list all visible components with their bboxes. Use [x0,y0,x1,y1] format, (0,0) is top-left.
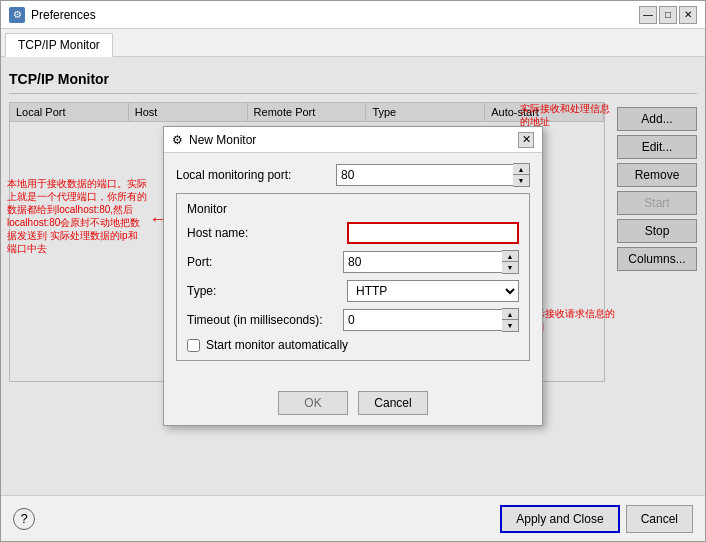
bottom-bar: ? Apply and Close Cancel [1,495,705,541]
dialog-close-button[interactable]: ✕ [518,132,534,148]
timeout-spinner-btns: ▲ ▼ [502,308,519,332]
port-input[interactable] [343,251,502,273]
type-label: Type: [187,284,347,298]
new-monitor-dialog: ⚙ New Monitor ✕ Local monitoring port: [163,126,543,426]
dialog-icon: ⚙ [172,133,183,147]
title-bar-controls: — □ ✕ [639,6,697,24]
timeout-input[interactable] [343,309,502,331]
timeout-down-btn[interactable]: ▼ [502,320,518,331]
main-window: ⚙ Preferences — □ ✕ TCP/IP Monitor TCP/I… [0,0,706,542]
local-port-up-btn[interactable]: ▲ [513,164,529,175]
autostart-row: Start monitor automatically [187,338,519,352]
port-up-btn[interactable]: ▲ [502,251,518,262]
autostart-label: Start monitor automatically [206,338,348,352]
type-row: Type: HTTP HTTPS TCP/IP [187,280,519,302]
host-name-label: Host name: [187,226,347,240]
timeout-spinner: ▲ ▼ [343,308,519,332]
bottom-buttons: Apply and Close Cancel [500,505,693,533]
title-bar: ⚙ Preferences — □ ✕ [1,1,705,29]
monitor-section: Monitor Host name: Port: [176,193,530,361]
close-button[interactable]: ✕ [679,6,697,24]
dialog-body: Local monitoring port: ▲ ▼ Mo [164,153,542,377]
host-name-row: Host name: [187,222,519,244]
port-label: Port: [187,255,343,269]
main-tabs: TCP/IP Monitor [1,29,705,57]
local-port-spinner-btns: ▲ ▼ [513,163,530,187]
port-spinner-btns: ▲ ▼ [502,250,519,274]
local-port-label: Local monitoring port: [176,168,336,182]
apply-close-button[interactable]: Apply and Close [500,505,619,533]
port-row: Port: ▲ ▼ [187,250,519,274]
ok-button[interactable]: OK [278,391,348,415]
timeout-up-btn[interactable]: ▲ [502,309,518,320]
help-button[interactable]: ? [13,508,35,530]
cancel-dialog-button[interactable]: Cancel [358,391,428,415]
local-port-row: Local monitoring port: ▲ ▼ [176,163,530,187]
cancel-main-button[interactable]: Cancel [626,505,693,533]
title-bar-left: ⚙ Preferences [9,7,96,23]
app-icon: ⚙ [9,7,25,23]
monitor-panel: TCP/IP Monitor Local Port Host Remote Po… [1,57,705,495]
maximize-button[interactable]: □ [659,6,677,24]
type-select[interactable]: HTTP HTTPS TCP/IP [347,280,519,302]
dialog-title-text: New Monitor [189,133,256,147]
dialog-title-bar: ⚙ New Monitor ✕ [164,127,542,153]
tab-tcpip-monitor[interactable]: TCP/IP Monitor [5,33,113,57]
timeout-label: Timeout (in milliseconds): [187,313,343,327]
port-spinner: ▲ ▼ [343,250,519,274]
local-port-down-btn[interactable]: ▼ [513,175,529,186]
window-title: Preferences [31,8,96,22]
monitor-section-title: Monitor [187,202,519,216]
dialog-overlay: ⚙ New Monitor ✕ Local monitoring port: [1,57,705,495]
autostart-checkbox[interactable] [187,339,200,352]
local-port-spinner: ▲ ▼ [336,163,530,187]
main-content: TCP/IP Monitor Local Port Host Remote Po… [1,57,705,495]
local-port-input[interactable] [336,164,513,186]
dialog-footer: OK Cancel [164,381,542,425]
port-down-btn[interactable]: ▼ [502,262,518,273]
dialog-title-left: ⚙ New Monitor [172,133,256,147]
minimize-button[interactable]: — [639,6,657,24]
timeout-row: Timeout (in milliseconds): ▲ ▼ [187,308,519,332]
host-name-input[interactable] [347,222,519,244]
